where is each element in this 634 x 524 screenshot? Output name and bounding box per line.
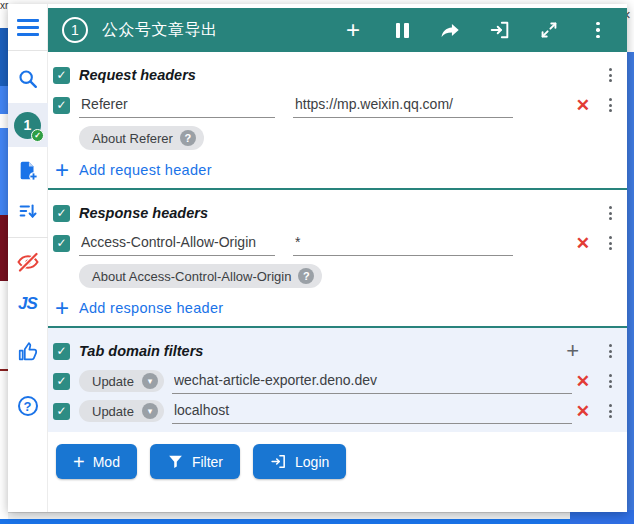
- header-value-input[interactable]: [293, 230, 513, 256]
- section-title-row: ✓ Tab domain filters +: [53, 336, 618, 366]
- about-referer-badge[interactable]: About Referer ?: [79, 126, 204, 150]
- profile-avatar: 1 ✓: [14, 112, 41, 139]
- response-headers-checkbox[interactable]: ✓: [53, 205, 70, 222]
- search-button[interactable]: [8, 59, 48, 99]
- section-title: Tab domain filters: [79, 343, 566, 359]
- about-label: About Referer: [92, 131, 173, 146]
- section-title: Request headers: [79, 67, 605, 83]
- response-headers-section: ✓ Response headers ✓ ✕ About: [48, 190, 627, 326]
- question-icon: ?: [298, 268, 314, 284]
- background-stripe: [8, 512, 634, 519]
- about-row: About Access-Control-Allow-Origin ?: [79, 264, 618, 288]
- screen: xr × 1 ✓: [0, 0, 634, 524]
- document-add-icon: [17, 160, 39, 182]
- header-row-checkbox[interactable]: ✓: [53, 235, 70, 252]
- tab-domain-filters-section: ✓ Tab domain filters + ✓ Update ▾ ✕: [48, 328, 627, 432]
- add-profile-button[interactable]: [8, 151, 48, 191]
- footer-actions: + Mod Filter Login: [56, 444, 627, 479]
- expand-button[interactable]: [538, 19, 560, 41]
- section-title-row: ✓ Response headers: [53, 198, 618, 228]
- add-response-header-button[interactable]: + Add response header: [55, 298, 223, 318]
- add-filter-button[interactable]: +: [566, 342, 579, 360]
- add-request-header-label: Add request header: [79, 162, 212, 178]
- rate-button[interactable]: [8, 334, 48, 374]
- section-more-button[interactable]: [605, 204, 616, 222]
- help-button[interactable]: ?: [8, 386, 48, 426]
- background-stripe: [570, 510, 634, 524]
- js-icon: JS: [18, 294, 37, 314]
- header-row: ✓ ✕: [53, 90, 618, 120]
- login-button-label: Login: [295, 454, 329, 470]
- sidebar: 1 ✓: [8, 4, 48, 512]
- check-icon: ✓: [56, 374, 66, 388]
- check-icon: ✓: [56, 344, 66, 358]
- login-icon: [270, 453, 287, 470]
- filter-type-dropdown[interactable]: Update ▾: [79, 370, 164, 392]
- profile-active-check-icon: ✓: [31, 129, 44, 142]
- filter-value-input[interactable]: [172, 368, 572, 394]
- eye-off-icon: [16, 250, 40, 278]
- add-button[interactable]: +: [342, 19, 364, 41]
- extension-popup: 1 ✓: [8, 4, 627, 512]
- titlebar-actions: +: [342, 19, 609, 41]
- sort-profiles-button[interactable]: [8, 191, 48, 231]
- filter-row-checkbox[interactable]: ✓: [53, 403, 70, 420]
- incognito-disabled-button[interactable]: [8, 244, 48, 284]
- question-icon: ?: [180, 130, 196, 146]
- header-name-input[interactable]: [79, 230, 275, 256]
- check-icon: ✓: [56, 206, 66, 220]
- row-more-button[interactable]: [605, 234, 616, 252]
- profile-titlebar: 1 公众号文章导出 +: [48, 8, 627, 52]
- plus-icon: +: [55, 298, 69, 318]
- about-label: About Access-Control-Allow-Origin: [92, 269, 291, 284]
- chevron-down-icon: ▾: [142, 373, 158, 389]
- menu-button[interactable]: [8, 4, 48, 50]
- header-name-input[interactable]: [79, 92, 275, 118]
- filter-icon: [167, 453, 184, 470]
- row-more-button[interactable]: [605, 372, 616, 390]
- pause-button[interactable]: [391, 19, 413, 41]
- more-vert-icon: [596, 22, 600, 39]
- delete-filter-button[interactable]: ✕: [572, 371, 594, 392]
- chevron-down-icon: ▾: [142, 403, 158, 419]
- delete-header-button[interactable]: ✕: [572, 95, 594, 116]
- pause-icon: [396, 23, 409, 38]
- about-acao-badge[interactable]: About Access-Control-Allow-Origin ?: [79, 264, 322, 288]
- check-icon: ✓: [56, 404, 66, 418]
- filter-row-checkbox[interactable]: ✓: [53, 373, 70, 390]
- filter-button[interactable]: Filter: [150, 444, 240, 479]
- share-button[interactable]: [440, 19, 462, 41]
- check-icon: ✓: [56, 68, 66, 82]
- open-in-tab-button[interactable]: [489, 19, 511, 41]
- popup-content: ✓ Request headers ✓ ✕ About: [48, 52, 627, 512]
- request-headers-checkbox[interactable]: ✓: [53, 67, 70, 84]
- add-request-header-button[interactable]: + Add request header: [55, 160, 212, 180]
- mod-button[interactable]: + Mod: [56, 444, 137, 479]
- profile-number: 1: [24, 117, 32, 133]
- javascript-button[interactable]: JS: [8, 284, 48, 324]
- row-more-button[interactable]: [605, 96, 616, 114]
- filter-value-input[interactable]: [172, 398, 572, 424]
- profile-title[interactable]: 公众号文章导出: [102, 20, 342, 41]
- add-response-header-label: Add response header: [79, 300, 223, 316]
- delete-header-button[interactable]: ✕: [572, 233, 594, 254]
- section-more-button[interactable]: [605, 342, 616, 360]
- header-value-input[interactable]: [293, 92, 513, 118]
- section-more-button[interactable]: [605, 66, 616, 84]
- tab-filters-checkbox[interactable]: ✓: [53, 343, 70, 360]
- expand-icon: [538, 19, 560, 41]
- row-more-button[interactable]: [605, 402, 616, 420]
- background-stripe: [627, 52, 634, 512]
- header-row-checkbox[interactable]: ✓: [53, 97, 70, 114]
- thumbs-up-icon: [17, 341, 39, 367]
- filter-type-dropdown[interactable]: Update ▾: [79, 400, 164, 422]
- plus-icon: +: [73, 454, 85, 470]
- more-options-button[interactable]: [587, 19, 609, 41]
- section-title: Response headers: [79, 205, 605, 221]
- delete-filter-button[interactable]: ✕: [572, 401, 594, 422]
- login-button[interactable]: Login: [253, 444, 346, 479]
- check-icon: ✓: [56, 236, 66, 250]
- sidebar-item-profile-1[interactable]: 1 ✓: [8, 103, 48, 147]
- request-headers-section: ✓ Request headers ✓ ✕ About: [48, 52, 627, 188]
- sidebar-divider: [8, 50, 48, 51]
